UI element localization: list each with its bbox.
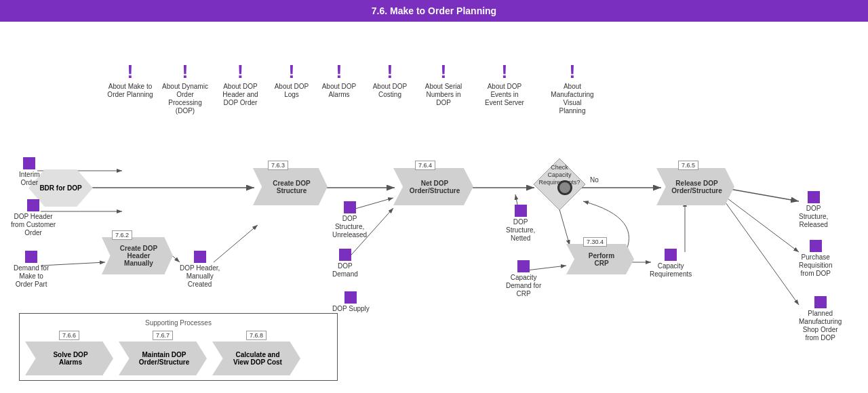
dop-header-customer: DOP Headerfrom CustomerOrder [11,199,56,237]
dop-supply: DOP Supply [332,291,370,313]
version-763: 7.6.3 [268,161,288,170]
exclaim-make-to-order[interactable]: ! About Make toOrder Planning [103,62,157,99]
version-765: 7.6.5 [678,161,698,170]
dop-structure-netted: DOPStructure,Netted [506,205,535,243]
svg-line-4 [41,262,105,266]
exclaim-dynamic-order[interactable]: ! About DynamicOrderProcessing(DOP) [155,62,216,115]
version-7304: 7.30.4 [583,237,607,247]
svg-line-19 [722,198,799,305]
version-762: 7.6.2 [112,230,132,240]
version-767: 7.6.7 [153,331,173,340]
svg-line-6 [214,225,258,262]
planned-mfg-shop-order: PlannedManufacturingShop Orderfrom DOP [799,296,842,342]
process-create-dop-header[interactable]: Create DOPHeaderManually [102,237,173,274]
process-solve-dop-alarms[interactable]: Solve DOPAlarms [25,342,113,375]
main-title: 7.6. Make to Order Planning [0,0,868,22]
dop-header-manually: DOP Header,ManuallyCreated [180,251,220,289]
capacity-requirements: CapacityRequirements [650,249,692,278]
exclaim-dop-alarms[interactable]: ! About DOPAlarms [312,62,366,99]
interim-order: InterimOrder [19,157,40,187]
demand-make-to-order: Demand forMake toOrder Part [14,251,49,289]
process-create-dop-structure[interactable]: Create DOPStructure [253,168,328,205]
exclaim-dop-logs[interactable]: ! About DOPLogs [264,62,319,99]
version-764: 7.6.4 [415,161,435,170]
dop-structure-released: DOPStructure,Released [799,191,828,229]
exclaim-dop-header[interactable]: ! About DOPHeader andDOP Order [212,62,269,107]
dop-structure-unreleased: DOPStructure,Unreleased [332,201,367,239]
version-768: 7.6.8 [246,331,267,340]
exclaim-dop-costing[interactable]: ! About DOPCosting [363,62,417,99]
process-perform-crp[interactable]: Perform CRP [566,244,634,274]
exclaim-mvp[interactable]: ! AboutManufacturingVisualPlanning [542,62,602,115]
capacity-demand-crp: CapacityDemand forCRP [506,260,541,298]
process-calculate-dop-cost[interactable]: Calculate andView DOP Cost [212,342,300,375]
exclaim-serial-numbers[interactable]: ! About SerialNumbers inDOP [414,62,473,107]
no-label: No [590,176,599,184]
process-release-dop[interactable]: Release DOPOrder/Structure [656,168,734,205]
purchase-requisition-dop: PurchaseRequisitionfrom DOP [799,240,832,278]
dop-demand: DOPDemand [332,249,358,278]
junction-circle [557,180,572,195]
supporting-processes-box: Supporting Processes 7.6.6 Solve DOPAlar… [19,313,338,381]
process-maintain-dop[interactable]: Maintain DOPOrder/Structure [119,342,207,375]
version-766: 7.6.6 [59,331,79,340]
process-net-dop[interactable]: Net DOPOrder/Structure [393,168,473,205]
supporting-processes-title: Supporting Processes [25,319,332,327]
exclaim-dop-events[interactable]: ! About DOPEvents inEvent Server [475,62,534,107]
